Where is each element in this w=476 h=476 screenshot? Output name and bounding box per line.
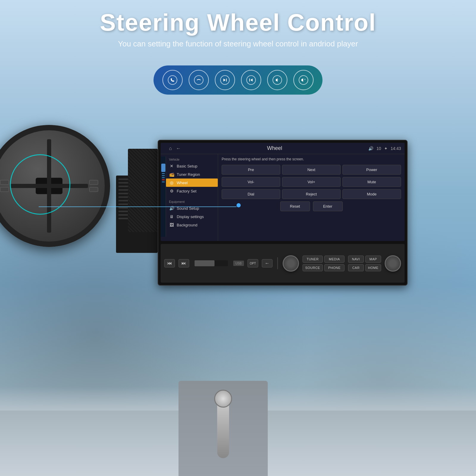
- skip-back-icon[interactable]: [241, 70, 261, 90]
- gear-knob: [214, 390, 232, 408]
- left-knob[interactable]: [283, 255, 299, 272]
- background-icon: 🖼: [169, 223, 174, 227]
- sidebar-factory-set[interactable]: ⚙ Factory Set: [166, 187, 218, 195]
- phone-end-icon[interactable]: [189, 70, 209, 90]
- button-row-2: Vol- Vol+ Mute: [222, 177, 401, 187]
- back-icon[interactable]: ←: [176, 146, 181, 151]
- sound-icon: 🔊: [169, 206, 174, 211]
- map-button[interactable]: MAP: [365, 256, 381, 263]
- back-button-ctrl[interactable]: ←: [262, 259, 273, 267]
- dial-button[interactable]: Dial: [222, 189, 280, 199]
- sw-btn-4[interactable]: [89, 187, 98, 192]
- carbon-fiber-panel: [128, 149, 158, 232]
- sw-button-cluster-left: [0, 180, 9, 192]
- reject-button[interactable]: Reject: [282, 189, 341, 199]
- phone-call-icon[interactable]: [162, 70, 183, 90]
- svg-text:-: -: [278, 78, 279, 81]
- basic-setup-label: Basic Setup: [177, 164, 197, 168]
- play-next-btn[interactable]: ⏭: [178, 259, 189, 267]
- right-knob[interactable]: [385, 255, 401, 272]
- button-row-4: Reset Enter: [222, 201, 401, 211]
- svg-point-1: [194, 76, 203, 84]
- source-button[interactable]: SOURCE: [303, 264, 323, 271]
- background-label: Background: [177, 223, 197, 227]
- screen-prompt-text: Press the steering wheel and then press …: [222, 157, 401, 161]
- power-button[interactable]: Power: [342, 165, 401, 175]
- volume-level: 10: [376, 146, 381, 151]
- sw-btn-1[interactable]: [0, 180, 9, 185]
- display-icon: 🖥: [169, 214, 174, 219]
- sidebar-sound-setup[interactable]: 🔊 Sound Setup: [166, 204, 218, 212]
- sw-btn-2[interactable]: [0, 187, 9, 192]
- sw-btn-3[interactable]: [89, 180, 98, 185]
- mute-button[interactable]: Mute: [342, 177, 401, 187]
- wheel-icon: ◎: [169, 180, 174, 185]
- head-unit-controls: ⏮ ⏭ USB OPT ← TUNER MEDIA SOURCE PHONE N…: [161, 244, 405, 283]
- screen-slider[interactable]: [161, 156, 166, 237]
- screen-display: ⌂ ← Wheel 🔊 10 ✦ 14:43 Vehicle ✕ Basic S…: [161, 143, 405, 241]
- time-display: 14:43: [391, 146, 401, 151]
- skip-forward-icon[interactable]: [215, 70, 235, 90]
- volume-icon: 🔊: [368, 146, 373, 151]
- bluetooth-icon: ✦: [384, 146, 388, 151]
- basic-setup-icon: ✕: [169, 164, 174, 168]
- wheel-label: Wheel: [177, 181, 188, 185]
- sidebar-basic-setup[interactable]: ✕ Basic Setup: [166, 162, 218, 170]
- slider-red-mark: [162, 179, 165, 180]
- mode-button[interactable]: Mode: [342, 189, 401, 199]
- equipment-section-title: Equipment: [166, 199, 218, 204]
- page-subtitle: You can setting the function of steering…: [0, 39, 476, 48]
- progress-bar[interactable]: [195, 260, 228, 266]
- gear-shift: [217, 399, 229, 458]
- svg-point-0: [168, 76, 177, 84]
- vol-up-button[interactable]: Vol+: [282, 177, 341, 187]
- screen-title: Wheel: [181, 145, 369, 151]
- svg-point-7: [299, 76, 308, 84]
- vol-down-button[interactable]: Vol-: [222, 177, 280, 187]
- screen-body: Vehicle ✕ Basic Setup 📻 Tuner Region ◎ W…: [161, 154, 405, 241]
- tuner-icon: 📻: [169, 172, 174, 177]
- next-button[interactable]: Next: [282, 165, 341, 175]
- svg-text:+: +: [304, 78, 306, 81]
- button-row-3: Dial Reject Mode: [222, 189, 401, 199]
- enter-button[interactable]: Enter: [313, 201, 343, 211]
- slider-thumb[interactable]: [161, 164, 165, 172]
- screen-status-right: 🔊 10 ✦ 14:43: [368, 146, 401, 151]
- sidebar-tuner-region[interactable]: 📻 Tuner Region: [166, 170, 218, 178]
- sidebar-wheel[interactable]: ◎ Wheel: [166, 178, 218, 187]
- volume-down-icon[interactable]: -: [267, 70, 287, 90]
- factory-label: Factory Set: [177, 189, 196, 193]
- button-row-1: Pre Next Power: [222, 165, 401, 175]
- vehicle-section-title: Vehicle: [166, 156, 218, 162]
- sidebar-display[interactable]: 🖥 Display settings: [166, 212, 218, 221]
- volume-up-icon[interactable]: +: [293, 70, 314, 90]
- screen-nav-left: ⌂ ←: [169, 146, 181, 151]
- reset-button[interactable]: Reset: [280, 201, 310, 211]
- navi-button[interactable]: NAVI: [348, 256, 364, 263]
- media-button[interactable]: MEDIA: [324, 256, 345, 263]
- play-prev-btn[interactable]: ⏮: [164, 259, 175, 267]
- screen-main-panel: Press the steering wheel and then press …: [218, 154, 405, 241]
- sidebar-background[interactable]: 🖼 Background: [166, 221, 218, 229]
- home-icon[interactable]: ⌂: [169, 146, 172, 151]
- tuner-button[interactable]: TUNER: [303, 256, 323, 263]
- screen-sidebar: Vehicle ✕ Basic Setup 📻 Tuner Region ◎ W…: [166, 154, 218, 241]
- usb-icon: USB: [233, 261, 244, 266]
- steering-wheel-container: [0, 119, 116, 253]
- slider-mark: [162, 173, 165, 174]
- car-button[interactable]: CAR: [348, 264, 364, 271]
- slider-mark: [162, 175, 165, 176]
- tuner-label: Tuner Region: [177, 172, 200, 177]
- spoke-vertical: [47, 139, 51, 233]
- opt-button[interactable]: OPT: [248, 259, 258, 267]
- title-area: Steering Wheel Control You can setting t…: [0, 9, 476, 48]
- slider-mark: [162, 177, 165, 178]
- pre-button[interactable]: Pre: [222, 165, 280, 175]
- phone-button[interactable]: PHONE: [324, 264, 345, 271]
- home-button[interactable]: HOME: [365, 264, 381, 271]
- steering-wheel-ring: [0, 125, 110, 247]
- annotation-dot: [237, 203, 241, 207]
- sw-button-cluster-right: [89, 180, 98, 192]
- page-title: Steering Wheel Control: [0, 9, 476, 36]
- media-buttons: TUNER MEDIA SOURCE PHONE: [303, 256, 345, 271]
